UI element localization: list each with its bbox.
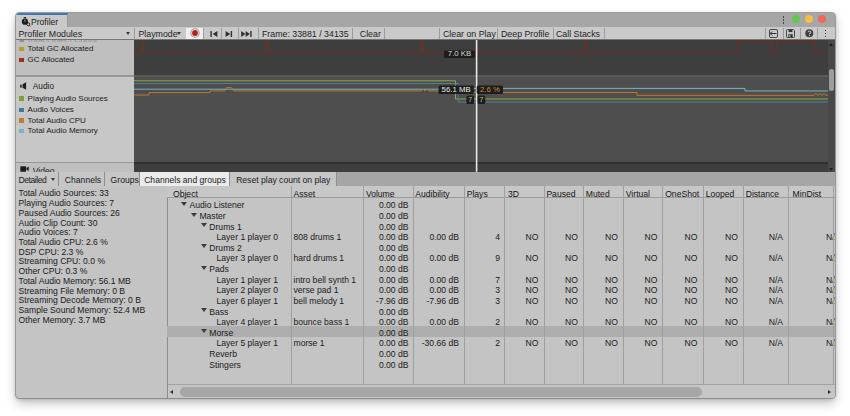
svg-text:7: 7 xyxy=(468,95,472,104)
svg-text:56.1 MB: 56.1 MB xyxy=(442,85,471,94)
svg-text:7.0 KB: 7.0 KB xyxy=(448,49,471,58)
svg-text:7: 7 xyxy=(479,95,483,104)
svg-text:2.6 %: 2.6 % xyxy=(480,85,500,94)
